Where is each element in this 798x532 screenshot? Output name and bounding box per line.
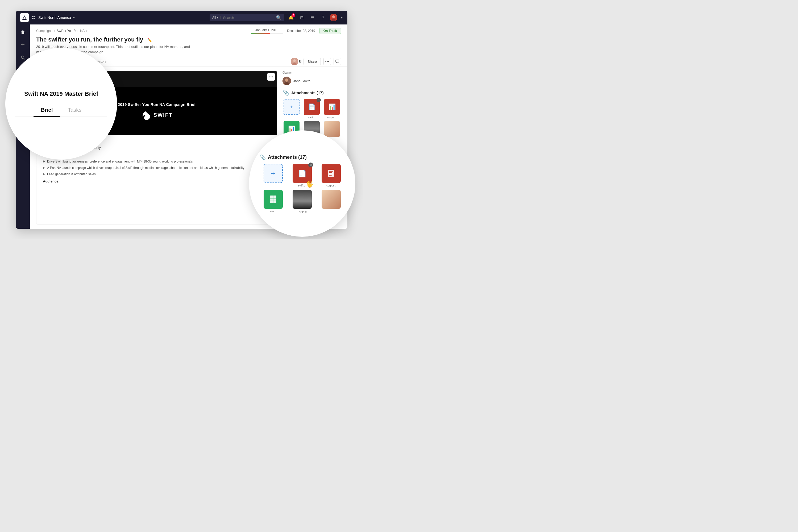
pdf-thumb: 📄 ✕: [304, 99, 320, 115]
share-button[interactable]: Share: [304, 58, 321, 65]
svg-rect-26: [329, 172, 332, 173]
search-bar: All ▾ 🔍: [210, 14, 284, 21]
zoom-tab-tasks[interactable]: Tasks: [60, 104, 89, 116]
attachment-add[interactable]: +: [283, 99, 301, 119]
attachments-header: 📎 Attachments (17): [283, 89, 341, 96]
swift-logo-text: SWIFT: [153, 112, 173, 118]
breadcrumb-campaign-name[interactable]: Swifter You Run NA: [57, 29, 84, 33]
add-attachment-thumb[interactable]: +: [284, 99, 300, 115]
attachment-ppt[interactable]: 📊 corpor...: [323, 99, 341, 119]
owner-name: Jane Smith: [293, 79, 310, 83]
brief-audience-label: Audience:: [43, 179, 270, 183]
search-filter[interactable]: All ▾: [212, 16, 221, 19]
pdf-label: swift ...: [307, 116, 316, 119]
zoom-pdf-attachment[interactable]: 📄 ✕ 🖐 swift ...: [289, 164, 315, 187]
more-options-button[interactable]: •••: [323, 58, 331, 65]
bullet-icon-3: [43, 167, 45, 169]
zoom-ppt-thumb: [322, 164, 341, 183]
zoom-tab-brief[interactable]: Brief: [34, 104, 61, 117]
user-avatar[interactable]: [330, 14, 337, 21]
swift-logo-area: SWIFT: [141, 110, 173, 120]
svg-rect-25: [329, 171, 333, 172]
search-icon[interactable]: 🔍: [276, 15, 281, 20]
zoom-ppt-label: corpor...: [326, 184, 336, 187]
owner-section: Owner Jane Smith: [283, 71, 341, 85]
owner-row: Jane Smith: [283, 77, 341, 85]
list-view-icon[interactable]: ☰: [308, 14, 316, 21]
zoom-add-thumb[interactable]: +: [264, 164, 283, 183]
brief-preview-title: 2019 Swifter You Run NA Campaign Brief: [118, 102, 195, 107]
attachments-title: Attachments (17): [291, 91, 324, 95]
notifications-icon[interactable]: 🔔 3: [287, 14, 295, 21]
app-logo: [20, 13, 29, 22]
workspace-name: Swift North America: [38, 15, 71, 20]
status-badge: On Track: [320, 28, 341, 34]
grid-view-icon[interactable]: ⊞: [298, 14, 305, 21]
svg-point-22: [285, 78, 288, 82]
owner-avatar: [283, 77, 291, 85]
zoom-city-attachment[interactable]: city.png: [289, 190, 315, 213]
zoom-add-attachment[interactable]: +: [260, 164, 286, 187]
breadcrumb-bar: Campaigns › Swifter You Run NA › January…: [30, 24, 347, 34]
tabs-actions: Share •••: [291, 58, 341, 65]
owner-label: Owner: [283, 71, 341, 75]
svg-point-7: [332, 15, 335, 18]
zoom-city-label: city.png: [298, 210, 307, 213]
zoom-brief-title: Swift NA 2019 Master Brief: [15, 91, 108, 97]
zoom-circle-attachments: 📎 Attachments (17) + 📄 ✕ 🖐 swift ...: [249, 130, 355, 237]
zoom-attachment-title: Attachments (17): [268, 155, 307, 160]
svg-rect-17: [299, 60, 301, 62]
brief-objective-1: Drive Swift brand awareness, preference …: [43, 159, 270, 164]
breadcrumb-campaigns[interactable]: Campaigns: [36, 29, 52, 33]
zoom-attach-grid: + 📄 ✕ 🖐 swift ...: [260, 164, 344, 213]
sidebar-home-icon[interactable]: [19, 28, 27, 36]
brief-options-button[interactable]: •••: [267, 73, 275, 81]
ppt-label: corpor...: [327, 116, 337, 119]
cursor-hand-icon: 🖐: [306, 180, 314, 188]
workspace-selector[interactable]: Swift North America ▼: [32, 15, 75, 20]
campaign-dates: January 1, 2019 December 28, 2019 On Tra…: [251, 28, 341, 34]
svg-rect-2: [32, 16, 34, 17]
breadcrumb-sep-1: ›: [54, 29, 55, 33]
svg-rect-20: [336, 60, 339, 62]
zoom-people-attachment[interactable]: [318, 190, 344, 213]
zoom-xlsx-thumb: [264, 190, 283, 209]
zoom-ppt-attachment[interactable]: corpor...: [318, 164, 344, 187]
help-icon[interactable]: ?: [319, 14, 327, 21]
remove-attachment-button[interactable]: ✕: [317, 98, 321, 102]
breadcrumb: Campaigns › Swifter You Run NA ›: [36, 29, 87, 33]
zoom-brief-tabs: Brief Tasks: [15, 104, 108, 117]
zoom-brief-content: Swift NA 2019 Master Brief Brief Tasks: [15, 91, 108, 117]
svg-rect-27: [329, 174, 333, 174]
zoom-xlsx-label: data f...: [269, 210, 278, 213]
bullet-icon-2: [43, 160, 45, 163]
svg-marker-9: [21, 30, 25, 34]
sidebar-add-icon[interactable]: [19, 40, 27, 49]
edit-title-icon[interactable]: ✏️: [147, 38, 152, 42]
zoom-city-thumb: [292, 190, 312, 209]
svg-point-15: [293, 59, 296, 62]
search-input[interactable]: [223, 16, 274, 20]
zoom-attachment-icon: 📎: [260, 154, 266, 160]
brief-objective-2: A Pan-NA launch campaign which drives re…: [43, 166, 270, 170]
breadcrumb-sep-2: ›: [86, 29, 87, 33]
zoom-attach-header: 📎 Attachments (17): [260, 154, 344, 160]
comment-button[interactable]: [334, 58, 341, 65]
svg-rect-5: [34, 18, 35, 19]
user-menu-arrow[interactable]: ▼: [341, 16, 343, 19]
ppt-thumb: 📊: [324, 99, 340, 115]
collaborator-avatar: [291, 58, 298, 65]
zoom-xlsx-attachment[interactable]: data f...: [260, 190, 286, 213]
brief-panel-header: •••: [265, 71, 277, 83]
zoom-remove-pdf-button[interactable]: ✕: [308, 163, 313, 167]
zoom-pdf-label: swift ...: [298, 184, 306, 187]
end-date: December 28, 2019: [287, 29, 315, 33]
svg-rect-28: [329, 175, 332, 175]
bullet-icon-4: [43, 173, 45, 175]
svg-rect-24: [328, 170, 334, 177]
zoom-people-thumb: [322, 190, 341, 209]
brief-objective-3: Lead generation & attributed sales: [43, 172, 270, 177]
zoom-attach-content: 📎 Attachments (17) + 📄 ✕ 🖐 swift ...: [260, 152, 344, 215]
svg-point-12: [21, 56, 24, 58]
attachment-pdf[interactable]: 📄 ✕ swift ...: [303, 99, 321, 119]
